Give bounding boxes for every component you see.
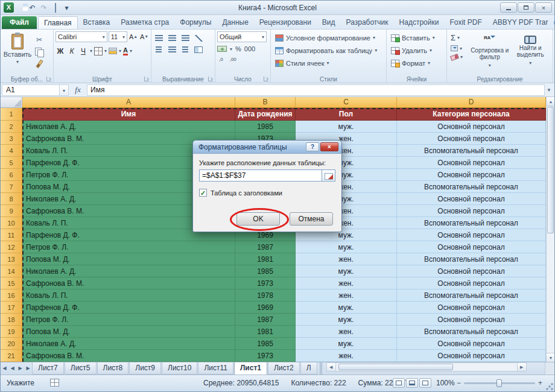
row-number[interactable]: 10: [1, 217, 22, 229]
horizontal-scroll-track[interactable]: [336, 362, 517, 371]
quick-table-button[interactable]: [51, 3, 60, 13]
cell-category[interactable]: Основной персонал: [397, 169, 546, 181]
vertical-scrollbar[interactable]: ▲ ▼: [546, 97, 554, 362]
row-number[interactable]: 21: [1, 350, 22, 362]
sheet-tab-list11[interactable]: Лист11: [198, 362, 233, 375]
close-button[interactable]: ×: [535, 2, 552, 13]
tab-developer[interactable]: Разработчик: [341, 16, 394, 29]
align-top-button[interactable]: [153, 33, 164, 43]
cell-category[interactable]: Основной персонал: [397, 121, 546, 133]
tab-home[interactable]: Главная: [38, 16, 78, 29]
tab-addins[interactable]: Надстройки: [394, 16, 445, 29]
tab-insert[interactable]: Вставка: [78, 16, 116, 29]
cell-name[interactable]: Попова М. Д.: [22, 253, 235, 265]
page-layout-view-button[interactable]: [406, 378, 418, 388]
column-header-d[interactable]: D: [397, 97, 546, 108]
shrink-font-button[interactable]: А▼: [139, 31, 149, 42]
cell-year[interactable]: 1985: [235, 338, 296, 350]
zoom-in-icon[interactable]: +: [538, 380, 542, 386]
cell-gender[interactable]: муж.: [296, 265, 397, 277]
fill-button[interactable]: ▾: [449, 45, 469, 52]
cell-category[interactable]: Вспомогательный персонал: [397, 145, 546, 157]
find-select-button[interactable]: Найти и выделить ▾: [510, 31, 551, 75]
name-box[interactable]: A1: [2, 84, 60, 96]
cell-name[interactable]: Попова М. Д.: [22, 326, 235, 338]
format-cells-button[interactable]: Формат ▾: [388, 57, 445, 69]
thousands-button[interactable]: 000: [244, 45, 255, 52]
clear-button[interactable]: ▾: [449, 54, 469, 60]
cell-category[interactable]: Основной персонал: [397, 302, 546, 314]
cell-gender[interactable]: жен.: [296, 253, 397, 265]
row-number[interactable]: 6: [1, 169, 22, 181]
tab-view[interactable]: Вид: [317, 16, 341, 29]
row-number[interactable]: 1: [1, 108, 22, 121]
cell-gender[interactable]: жен.: [296, 289, 397, 302]
row-number[interactable]: 9: [1, 205, 22, 217]
undo-button[interactable]: ↶: [28, 3, 37, 13]
tab-data[interactable]: Данные: [217, 16, 253, 29]
cell-name[interactable]: Николаев А. Д.: [22, 121, 235, 133]
font-name-select[interactable]: Calibri ▾: [56, 31, 107, 42]
scroll-right-icon[interactable]: ▶: [517, 362, 527, 371]
font-size-select[interactable]: 11 ▾: [109, 31, 127, 42]
cut-button[interactable]: ✂: [33, 35, 46, 45]
select-all-corner[interactable]: [1, 97, 22, 108]
sheet-tab-list7[interactable]: Лист7: [32, 362, 64, 375]
header-cell-birth[interactable]: Дата рождения: [235, 108, 296, 121]
grow-font-button[interactable]: А▲: [128, 31, 138, 42]
cell-category[interactable]: Основной персонал: [397, 205, 546, 217]
expand-formula-bar-icon[interactable]: ▼: [545, 87, 553, 93]
cell-category[interactable]: Вспомогательный персонал: [397, 253, 546, 265]
cell-gender[interactable]: муж.: [296, 241, 397, 253]
tab-splitter[interactable]: [319, 362, 323, 375]
format-as-table-button[interactable]: Форматировать как таблицу ▾: [273, 44, 384, 57]
cell-year[interactable]: 1985: [235, 265, 296, 277]
cell-category[interactable]: Основной персонал: [397, 350, 546, 362]
cell-gender[interactable]: муж.: [296, 338, 397, 350]
ok-button[interactable]: OK: [236, 212, 280, 226]
row-number[interactable]: 16: [1, 289, 22, 302]
row-number[interactable]: 3: [1, 133, 22, 145]
cell-category[interactable]: Основной персонал: [397, 157, 546, 169]
cell-year[interactable]: 1985: [235, 121, 296, 133]
qat-customize-button[interactable]: ▾: [62, 3, 71, 13]
redo-button[interactable]: ↷: [39, 3, 48, 13]
range-input[interactable]: [199, 169, 322, 182]
increase-decimal-button[interactable]: ,0: [217, 55, 225, 63]
page-break-view-button[interactable]: [419, 378, 431, 388]
sheet-tab-list9[interactable]: Лист9: [129, 362, 161, 375]
bold-button[interactable]: Ж: [56, 46, 65, 56]
column-header-b[interactable]: B: [235, 97, 296, 108]
range-picker-icon[interactable]: [322, 169, 335, 182]
dialog-help-button[interactable]: ?: [306, 142, 319, 151]
conditional-formatting-button[interactable]: Условное форматирование ▾: [273, 31, 384, 44]
percent-button[interactable]: %: [235, 45, 241, 52]
scroll-left-icon[interactable]: ◀: [326, 362, 336, 371]
formula-input[interactable]: Имя: [87, 84, 545, 96]
scroll-down-icon[interactable]: ▼: [547, 353, 555, 362]
tab-formulas[interactable]: Формулы: [174, 16, 217, 29]
underline-button[interactable]: Ч: [78, 46, 88, 56]
align-middle-button[interactable]: [166, 33, 177, 43]
italic-button[interactable]: К: [67, 46, 77, 56]
sheet-tab-list10[interactable]: Лист10: [162, 362, 197, 375]
cell-category[interactable]: Вспомогательный персонал: [397, 181, 546, 193]
dialog-close-button[interactable]: ×: [320, 142, 338, 151]
last-sheet-button[interactable]: ▶: [24, 362, 32, 375]
sort-filter-button[interactable]: ЯА Сортировка и фильтр ▾: [469, 31, 510, 75]
resize-grip[interactable]: [546, 383, 553, 390]
row-number[interactable]: 13: [1, 253, 22, 265]
vertical-scroll-thumb[interactable]: [547, 107, 554, 233]
row-number[interactable]: 12: [1, 241, 22, 253]
header-cell-category[interactable]: Категория персонала: [397, 108, 546, 121]
row-number[interactable]: 17: [1, 302, 22, 314]
column-header-a[interactable]: A: [22, 97, 235, 108]
minimize-button[interactable]: [500, 2, 517, 13]
dialog-launcher-icon[interactable]: [208, 77, 213, 81]
cell-year[interactable]: 1987: [235, 314, 296, 326]
insert-cells-button[interactable]: Вставить ▾: [388, 31, 445, 44]
row-number[interactable]: 20: [1, 338, 22, 350]
cell-year[interactable]: 1981: [235, 253, 296, 265]
dialog-title-bar[interactable]: Форматирование таблицы ? ×: [193, 141, 341, 154]
prev-sheet-button[interactable]: ◀: [8, 362, 16, 375]
